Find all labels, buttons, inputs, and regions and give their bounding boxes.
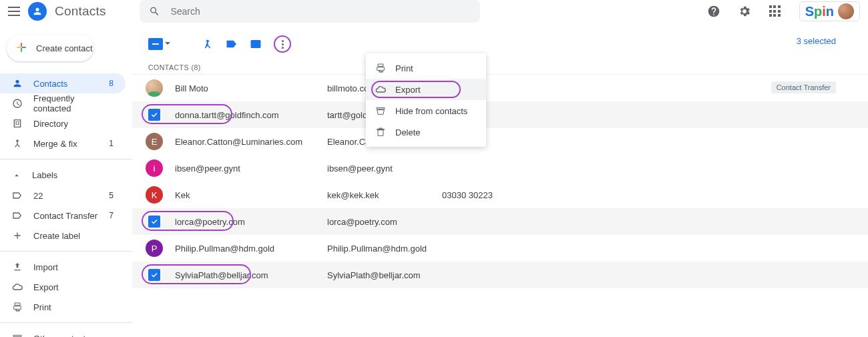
sidebar-item-print[interactable]: Print — [0, 297, 126, 317]
contact-name: Eleanor.Catton@Luminaries.com — [175, 137, 327, 147]
app-title: Contacts — [55, 4, 106, 19]
contact-email: SylviaPlath@belljar.com — [327, 270, 442, 280]
clock-icon — [12, 98, 23, 109]
main-content: 3 selected PrintExportHide from contacts… — [132, 23, 868, 337]
selection-toolbar — [132, 32, 868, 56]
more-vertical-icon — [282, 40, 284, 49]
merge-icon[interactable] — [202, 38, 214, 50]
gear-icon[interactable] — [736, 3, 752, 19]
menu-icon[interactable] — [8, 7, 20, 16]
cloud-icon — [12, 282, 23, 292]
search-box[interactable] — [140, 0, 480, 23]
table-row[interactable]: EEleanor.Catton@Luminaries.comEleanor.Ca… — [132, 128, 868, 155]
apps-icon[interactable] — [767, 3, 783, 19]
contact-name: Philip.Pullman@hdm.gold — [175, 244, 327, 254]
sidebar-item-contact-transfer[interactable]: Contact Transfer7 — [0, 206, 126, 226]
trash-icon — [375, 127, 386, 137]
sidebar: Create contact Contacts8Frequently conta… — [0, 23, 132, 337]
contact-avatar: E — [146, 133, 163, 150]
sidebar-item-merge-fix[interactable]: Merge & fix1 — [0, 133, 126, 153]
upload-icon — [12, 262, 23, 272]
cloud-icon — [375, 84, 386, 95]
sidebar-item-directory[interactable]: Directory — [0, 113, 126, 133]
contact-avatar: K — [146, 186, 163, 204]
plus-icon — [15, 41, 28, 56]
table-row[interactable]: lorca@poetry.comlorca@poetry.com — [132, 208, 868, 235]
menu-item-print[interactable]: Print — [366, 57, 486, 79]
print-icon — [12, 302, 23, 312]
search-input[interactable] — [169, 5, 470, 17]
more-actions-button[interactable] — [274, 35, 291, 53]
contact-name: Kek — [175, 190, 327, 200]
spin-badge[interactable]: Spin — [799, 1, 860, 21]
contact-email: Philip.Pullman@hdm.gold — [327, 244, 442, 254]
contact-email: kek@kek.kek — [327, 190, 442, 200]
menu-item-export[interactable]: Export — [366, 79, 486, 100]
plus-icon — [12, 230, 23, 241]
sidebar-item-create-label[interactable]: Create label — [0, 226, 126, 246]
label-chip: Contact Transfer — [771, 81, 836, 93]
table-row[interactable]: SylviaPlath@belljar.comSylviaPlath@bellj… — [132, 262, 868, 288]
select-all-toggle[interactable] — [148, 38, 172, 50]
create-label: Create contact — [36, 43, 93, 53]
sidebar-item-export[interactable]: Export — [0, 277, 126, 297]
contact-name: ibsen@peer.gynt — [175, 163, 327, 174]
contact-avatar — [146, 79, 163, 97]
contact-phone: 03030 30223 — [442, 190, 493, 200]
contact-email: ibsen@peer.gynt — [327, 163, 442, 174]
label-icon[interactable] — [226, 38, 238, 50]
sidebar-item-frequently-contacted[interactable]: Frequently contacted — [0, 93, 126, 113]
merge-icon — [12, 138, 23, 149]
person-icon — [12, 78, 23, 89]
avatar[interactable] — [838, 3, 854, 19]
minus-checkbox-icon — [148, 38, 163, 50]
search-icon — [149, 5, 160, 17]
table-row[interactable]: iibsen@peer.gyntibsen@peer.gynt — [132, 155, 868, 182]
contact-email: lorca@poetry.com — [327, 217, 442, 227]
menu-item-delete[interactable]: Delete — [366, 121, 486, 143]
tag-icon — [12, 190, 23, 201]
building-icon — [12, 118, 23, 129]
print-icon — [375, 63, 386, 73]
hide-icon — [375, 105, 386, 116]
help-icon[interactable] — [706, 3, 722, 19]
sidebar-item-contacts[interactable]: Contacts8 — [0, 73, 126, 93]
archive-icon — [12, 333, 23, 337]
sidebar-item-other-contacts[interactable]: Other contacts — [0, 328, 126, 337]
contacts-logo — [28, 2, 47, 21]
chevron-up-icon — [12, 171, 21, 180]
menu-item-hide-from-contacts[interactable]: Hide from contacts — [366, 100, 486, 121]
contact-avatar: i — [146, 159, 163, 177]
list-heading: CONTACTS (8) — [132, 60, 868, 75]
contact-avatar: P — [146, 240, 163, 257]
create-contact-button[interactable]: Create contact — [7, 35, 93, 61]
sidebar-item-22[interactable]: 225 — [0, 186, 126, 206]
selection-count: 3 selected — [797, 36, 836, 46]
table-row[interactable]: Bill Motobillmoto.comContact Transfer — [132, 75, 868, 101]
email-icon[interactable] — [250, 38, 262, 50]
tag-icon — [12, 210, 23, 221]
labels-heading[interactable]: Labels — [0, 165, 132, 186]
more-actions-menu: PrintExportHide from contactsDelete — [366, 53, 486, 147]
table-row[interactable]: KKekkek@kek.kek03030 30223 — [132, 182, 868, 208]
table-row[interactable]: PPhilip.Pullman@hdm.goldPhilip.Pullman@h… — [132, 235, 868, 262]
app-header: Contacts Spin — [0, 0, 868, 23]
table-row[interactable]: donna.tartt@goldfinch.comtartt@goldfinch… — [132, 101, 868, 128]
sidebar-item-import[interactable]: Import — [0, 257, 126, 277]
contact-name: Bill Moto — [175, 83, 327, 93]
